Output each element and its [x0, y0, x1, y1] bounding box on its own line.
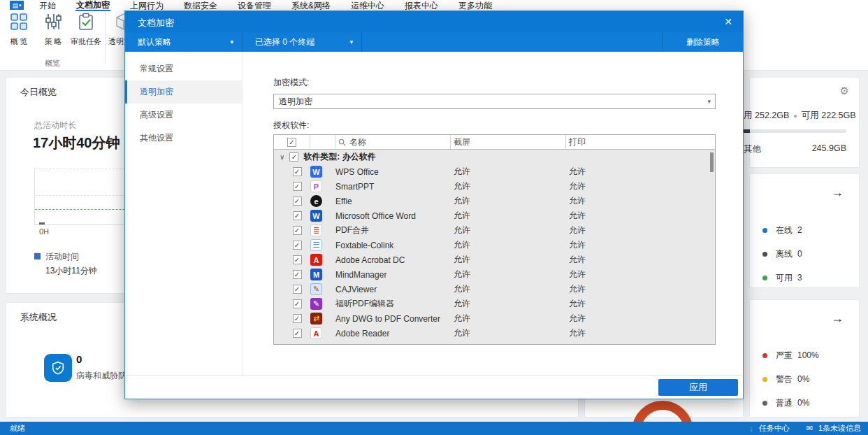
- screenshot-permission[interactable]: 允许: [451, 224, 566, 236]
- menu-tab[interactable]: 报表中心: [404, 1, 439, 10]
- tool-overview[interactable]: 概 览: [1, 13, 36, 47]
- print-permission[interactable]: 允许: [566, 239, 715, 251]
- row-checkbox[interactable]: [293, 226, 302, 235]
- chevron-down-icon[interactable]: ∨: [280, 153, 284, 161]
- print-permission[interactable]: 允许: [566, 180, 715, 192]
- screenshot-permission[interactable]: 允许: [451, 313, 566, 325]
- screenshot-permission[interactable]: 允许: [451, 239, 566, 251]
- settings-nav-item[interactable]: 其他设置: [125, 127, 242, 150]
- print-column-header[interactable]: 打印: [566, 135, 715, 149]
- screenshot-permission[interactable]: 允许: [451, 327, 566, 339]
- menu-tab[interactable]: 文档加密: [75, 0, 110, 11]
- row-checkbox[interactable]: [293, 270, 302, 279]
- row-checkbox[interactable]: [293, 197, 302, 206]
- menu-tab[interactable]: 系统&网络: [291, 1, 331, 10]
- table-row[interactable]: ✎ 福昕PDF编辑器 允许 允许: [274, 297, 715, 311]
- risk-dot: [762, 353, 767, 358]
- screenshot-permission[interactable]: 允许: [451, 210, 566, 222]
- print-permission[interactable]: 允许: [566, 166, 715, 178]
- screenshot-permission[interactable]: 允许: [451, 283, 566, 295]
- scrollbar-thumb[interactable]: [710, 152, 714, 172]
- row-checkbox[interactable]: [293, 255, 302, 264]
- print-permission[interactable]: 允许: [566, 269, 715, 280]
- menu-tabs: 开始文档加密上网行为数据安全设备管理系统&网络运维中心报表中心更多功能: [38, 0, 493, 10]
- table-row[interactable]: M MindManager 允许 允许: [274, 267, 715, 282]
- print-permission[interactable]: 允许: [566, 224, 715, 236]
- row-checkbox[interactable]: [293, 167, 302, 176]
- app-menu-button[interactable]: ▤▾: [10, 1, 24, 10]
- menu-tab[interactable]: 设备管理: [237, 1, 272, 10]
- menu-tab[interactable]: 运维中心: [350, 1, 385, 10]
- app-name: 福昕PDF编辑器: [335, 298, 451, 310]
- risk-value: 0%: [797, 374, 809, 384]
- encryption-mode-select[interactable]: 透明加密 ▾: [273, 94, 716, 109]
- screenshot-permission[interactable]: 允许: [451, 254, 566, 266]
- table-row[interactable]: ≣ PDF合并 允许 允许: [274, 223, 715, 238]
- download-arrow-icon: ↓: [749, 424, 753, 434]
- close-icon[interactable]: ✕: [722, 15, 735, 28]
- print-permission[interactable]: 允许: [566, 254, 715, 266]
- gear-icon[interactable]: ⚙: [840, 85, 849, 97]
- delete-policy-button[interactable]: 删除策略: [663, 32, 743, 52]
- search-icon[interactable]: [338, 138, 346, 146]
- menu-tab[interactable]: 开始: [38, 1, 57, 10]
- row-checkbox[interactable]: [293, 241, 302, 250]
- app-name: PDF合并: [335, 224, 451, 236]
- table-row[interactable]: W WPS Office 允许 允许: [274, 164, 715, 179]
- tool-approval-tasks[interactable]: 审批任务: [68, 13, 103, 47]
- risk-label: 警告: [776, 373, 793, 385]
- print-permission[interactable]: 允许: [566, 313, 715, 325]
- screenshot-permission[interactable]: 允许: [451, 269, 566, 280]
- print-permission[interactable]: 允许: [566, 210, 715, 222]
- menu-tab[interactable]: 上网行为: [129, 1, 164, 10]
- print-permission[interactable]: 允许: [566, 327, 715, 339]
- group-checkbox[interactable]: [289, 152, 298, 162]
- settings-nav-item[interactable]: 常规设置: [125, 57, 242, 80]
- menu-tab[interactable]: 数据安全: [183, 1, 218, 10]
- app-icon: A: [310, 254, 322, 266]
- sliders-icon: [44, 21, 62, 33]
- row-checkbox[interactable]: [293, 285, 302, 294]
- settings-nav-item[interactable]: 高级设置: [125, 104, 242, 127]
- table-row[interactable]: ✎ CAJViewer 允许 允许: [274, 282, 715, 297]
- software-group-row[interactable]: ∨ 软件类型: 办公软件: [274, 150, 715, 164]
- table-row[interactable]: ☰ Foxtable-Colink 允许 允许: [274, 238, 715, 252]
- task-center-link[interactable]: 任务中心: [759, 423, 790, 434]
- policy-dropdown[interactable]: 默认策略 ▾: [125, 32, 243, 52]
- tool-policy[interactable]: 策 略: [36, 13, 71, 47]
- menu-tab[interactable]: 更多功能: [458, 1, 493, 10]
- arrow-right-icon[interactable]: →: [831, 185, 844, 200]
- arrow-right-icon[interactable]: →: [831, 311, 844, 326]
- print-permission[interactable]: 允许: [566, 283, 715, 295]
- unread-messages-link[interactable]: 1条未读信息: [818, 423, 861, 434]
- screenshot-permission[interactable]: 允许: [451, 298, 566, 310]
- icon-column-header: [310, 135, 335, 149]
- row-checkbox[interactable]: [293, 329, 302, 338]
- row-checkbox[interactable]: [293, 299, 302, 308]
- table-row[interactable]: A Adobe Reader 允许 允许: [274, 326, 715, 341]
- app-window: ▤▾ 开始文档加密上网行为数据安全设备管理系统&网络运维中心报表中心更多功能 概…: [0, 0, 868, 435]
- screenshot-permission[interactable]: 允许: [451, 195, 566, 207]
- table-row[interactable]: W Microsoft Office Word 允许 允许: [274, 208, 715, 223]
- status-row: 离线 0: [762, 247, 802, 261]
- screenshot-column-header[interactable]: 截屏: [451, 135, 566, 149]
- row-checkbox[interactable]: [293, 211, 302, 220]
- table-row[interactable]: A Adobe Acrobat DC 允许 允许: [274, 252, 715, 267]
- row-checkbox[interactable]: [293, 314, 302, 323]
- print-permission[interactable]: 允许: [566, 298, 715, 310]
- table-row[interactable]: P SmartPPT 允许 允许: [274, 179, 715, 194]
- status-row: 在线 2: [762, 223, 802, 237]
- row-checkbox[interactable]: [293, 182, 302, 191]
- table-row[interactable]: ⇄ Any DWG to PDF Converter 允许 允许: [274, 311, 715, 326]
- settings-nav-item[interactable]: 透明加密: [125, 80, 242, 104]
- apply-button[interactable]: 应用: [658, 379, 738, 396]
- caret-down-icon: ▾: [19, 3, 22, 8]
- table-row[interactable]: e Effie 允许 允许: [274, 194, 715, 208]
- terminal-dropdown[interactable]: 已选择 0 个终端 ▾: [243, 32, 362, 52]
- screenshot-permission[interactable]: 允许: [451, 166, 566, 178]
- select-all-checkbox[interactable]: [287, 138, 296, 147]
- screenshot-permission[interactable]: 允许: [451, 180, 566, 192]
- name-column-header[interactable]: 名称: [335, 135, 451, 149]
- print-permission[interactable]: 允许: [566, 195, 715, 207]
- grid-icon: [10, 21, 28, 33]
